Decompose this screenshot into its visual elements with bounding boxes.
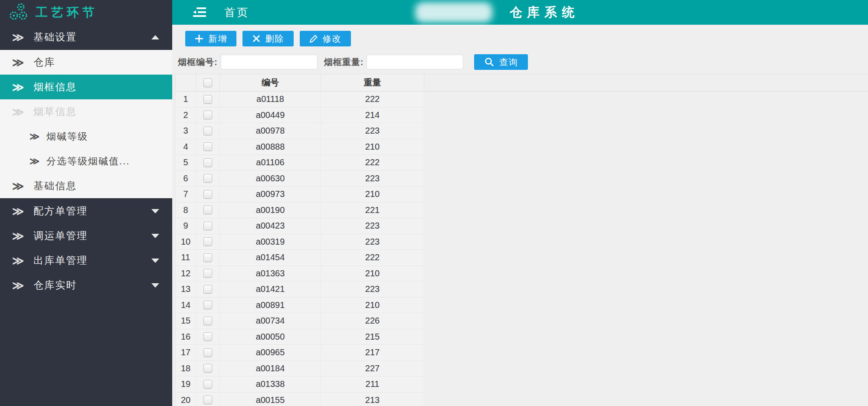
row-checkbox[interactable]: [203, 206, 212, 214]
weight-cell: 213: [321, 393, 424, 406]
row-checkbox[interactable]: [203, 237, 212, 246]
sidebar-item[interactable]: 配方单管理: [0, 199, 172, 223]
row-checkbox[interactable]: [203, 301, 212, 309]
double-chevron-icon: [12, 230, 25, 242]
checkbox-cell: [196, 313, 220, 329]
table-row[interactable]: 13a01421223: [175, 282, 425, 298]
code-cell: a00630: [220, 171, 321, 187]
row-checkbox[interactable]: [203, 348, 212, 357]
content-area: 新增 删除 修改 烟框编号: 烟框重量:: [172, 25, 868, 406]
table-row[interactable]: 12a01363210: [175, 266, 425, 282]
select-all-checkbox[interactable]: [203, 79, 212, 87]
delete-button[interactable]: 删除: [242, 31, 294, 46]
row-checkbox[interactable]: [203, 332, 212, 341]
table-row[interactable]: 18a00184227: [175, 361, 425, 377]
row-index: 19: [175, 377, 196, 392]
close-icon: [252, 34, 261, 43]
table-row[interactable]: 15a00734226: [175, 313, 425, 329]
row-checkbox[interactable]: [203, 253, 212, 262]
row-index: 8: [175, 203, 196, 218]
table-row[interactable]: 9a00423223: [175, 218, 425, 234]
code-cell: a01338: [220, 377, 321, 392]
code-search-input[interactable]: [221, 55, 318, 69]
weight-search-input[interactable]: [367, 55, 463, 69]
row-checkbox[interactable]: [203, 127, 212, 135]
add-button[interactable]: 新增: [185, 31, 236, 46]
row-checkbox[interactable]: [203, 222, 212, 230]
sidebar-item[interactable]: 基础设置: [0, 25, 172, 49]
sidebar-item[interactable]: 烟碱等级: [0, 124, 172, 149]
weight-cell: 223: [321, 171, 424, 187]
table-body: 1a011182222a004492143a009782234a00888210…: [175, 92, 868, 406]
sidebar-item[interactable]: 仓库: [0, 50, 172, 75]
table-row[interactable]: 20a00155213: [175, 393, 425, 406]
row-checkbox[interactable]: [203, 380, 212, 389]
table-row[interactable]: 11a01454222: [175, 250, 425, 266]
table-row[interactable]: 4a00888210: [175, 139, 425, 155]
row-checkbox[interactable]: [203, 364, 212, 373]
sidebar-item-label: 配方单管理: [33, 204, 88, 218]
caret-down-icon: [151, 234, 159, 238]
row-checkbox[interactable]: [203, 285, 212, 294]
double-chevron-icon: [12, 32, 25, 43]
checkbox-cell: [196, 187, 220, 202]
weight-cell: 222: [321, 155, 424, 170]
checkbox-cell: [196, 393, 220, 406]
table-row[interactable]: 17a00965217: [175, 345, 425, 361]
modify-button[interactable]: 修改: [300, 31, 351, 46]
row-checkbox[interactable]: [203, 396, 212, 404]
row-checkbox[interactable]: [203, 158, 212, 167]
code-cell: a01421: [220, 282, 321, 297]
weight-cell: 210: [321, 298, 424, 313]
app-window: 工艺环节 基础设置仓库烟框信息烟草信息烟碱等级分选等级烟碱值...基础信息配方单…: [0, 0, 868, 406]
table-row[interactable]: 8a00190221: [175, 203, 425, 219]
sidebar-item[interactable]: 烟草信息: [0, 99, 172, 124]
top-header-bar: 首页 仓库系统: [172, 0, 868, 25]
collapse-menu-icon[interactable]: [193, 7, 206, 17]
row-checkbox[interactable]: [203, 174, 212, 183]
table-row[interactable]: 6a00630223: [175, 171, 425, 187]
query-button[interactable]: 查询: [474, 54, 528, 70]
row-checkbox[interactable]: [203, 269, 212, 278]
app-title: 工艺环节: [36, 4, 98, 21]
double-chevron-icon: [12, 57, 25, 68]
row-index: 7: [175, 187, 196, 202]
sidebar-item-label: 烟草信息: [33, 105, 77, 118]
table-row[interactable]: 19a01338211: [175, 377, 425, 393]
weight-cell: 222: [321, 250, 424, 265]
table-row[interactable]: 3a00978223: [175, 123, 425, 139]
checkbox-cell: [196, 250, 220, 265]
table-row[interactable]: 2a00449214: [175, 108, 425, 124]
sidebar-item-label: 调运单管理: [33, 229, 88, 242]
table-row[interactable]: 14a00891210: [175, 298, 425, 314]
table-row[interactable]: 5a01106222: [175, 155, 425, 171]
row-checkbox[interactable]: [203, 190, 212, 199]
double-chevron-icon: [29, 132, 40, 141]
row-checkbox[interactable]: [203, 142, 212, 151]
weight-cell: 217: [321, 345, 424, 360]
row-checkbox[interactable]: [203, 95, 212, 104]
caret-down-icon: [151, 259, 159, 263]
sidebar-item-label: 基础设置: [33, 30, 77, 44]
row-checkbox[interactable]: [203, 111, 212, 119]
table-row[interactable]: 10a00319223: [175, 234, 425, 250]
row-index: 20: [175, 393, 196, 406]
table-row[interactable]: 7a00973210: [175, 187, 425, 203]
row-index: 16: [175, 329, 196, 345]
pencil-icon: [309, 34, 318, 43]
table-row[interactable]: 1a01118222: [175, 92, 425, 108]
sidebar-item[interactable]: 烟框信息: [0, 75, 172, 99]
sidebar-item[interactable]: 基础信息: [0, 174, 172, 198]
row-checkbox[interactable]: [203, 317, 212, 325]
code-column-header: 编号: [220, 74, 321, 91]
sidebar-item[interactable]: 分选等级烟碱值...: [0, 149, 172, 174]
sidebar-item[interactable]: 仓库实时: [0, 273, 172, 298]
code-cell: a01454: [220, 250, 321, 265]
row-index: 17: [175, 345, 196, 360]
caret-down-icon: [151, 209, 159, 213]
sidebar-item[interactable]: 出库单管理: [0, 248, 172, 273]
home-nav[interactable]: 首页: [224, 5, 249, 20]
code-cell: a00965: [220, 345, 321, 360]
table-row[interactable]: 16a00050215: [175, 329, 425, 345]
sidebar-item[interactable]: 调运单管理: [0, 223, 172, 248]
